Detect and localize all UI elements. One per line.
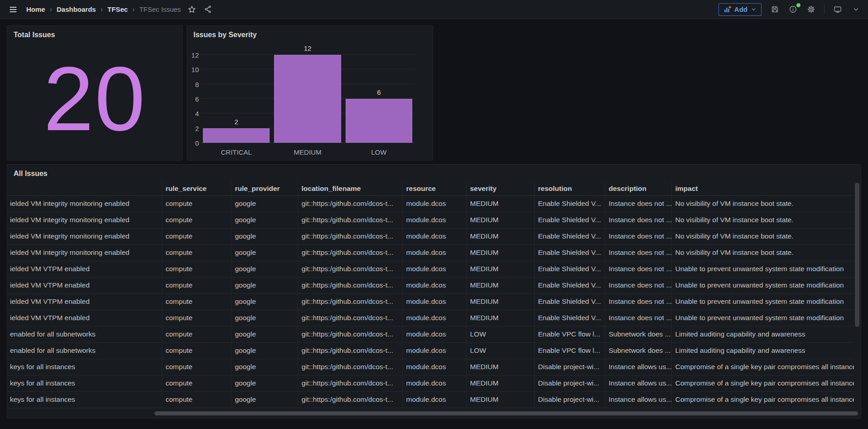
- gear-icon[interactable]: [806, 5, 816, 15]
- column-header[interactable]: rule_service: [162, 182, 231, 195]
- table-cell: Instance does not ...: [605, 277, 671, 293]
- column-header[interactable]: impact: [671, 182, 854, 195]
- table-cell: Enable VPC flow l...: [534, 342, 605, 359]
- table-header-row: rule_servicerule_providerlocation_filena…: [8, 182, 854, 195]
- table-cell: No visibility of VM instance boot state.: [671, 244, 854, 261]
- table-cell: compute: [162, 310, 231, 326]
- table-cell: Enable Shielded V...: [534, 212, 605, 228]
- table-cell: MEDIUM: [466, 228, 534, 244]
- table-cell: MEDIUM: [466, 391, 534, 408]
- table-cell: MEDIUM: [466, 195, 534, 212]
- table-cell: Enable Shielded V...: [534, 261, 605, 277]
- y-axis-tick-label: 0: [188, 139, 199, 147]
- table-cell: ielded VM VTPM enabled: [8, 310, 162, 326]
- table-cell: Compromise of a single key pair compromi…: [671, 359, 854, 375]
- chevron-down-icon: [751, 6, 757, 12]
- table-cell: Instance does not ...: [605, 212, 671, 228]
- y-axis-tick-label: 4: [188, 110, 199, 117]
- chevron-down-icon[interactable]: [851, 5, 861, 15]
- breadcrumb-separator-icon: ›: [132, 5, 135, 14]
- breadcrumb-home[interactable]: Home: [26, 5, 45, 13]
- kiosk-monitor-icon[interactable]: [833, 5, 843, 15]
- top-nav-bar: Home › Dashboards › TFSec › TFSec Issues: [0, 0, 868, 19]
- table-cell: MEDIUM: [466, 359, 534, 375]
- nav-actions: Add: [719, 3, 861, 16]
- table-cell: Subnetwork does ...: [605, 326, 671, 342]
- share-icon[interactable]: [203, 5, 212, 14]
- bar-critical: 2: [203, 128, 270, 143]
- table-cell: Subnetwork does ...: [605, 342, 671, 359]
- table-cell: module.dcos: [402, 244, 466, 261]
- table-cell: google: [231, 375, 298, 391]
- table-cell: module.dcos: [402, 212, 466, 228]
- table-cell: compute: [162, 244, 231, 261]
- table-cell: Instance does not ...: [605, 244, 671, 261]
- table-row: enabled for all subnetworkscomputegoogle…: [8, 342, 854, 359]
- add-button[interactable]: Add: [719, 3, 762, 16]
- table-cell: ielded VM VTPM enabled: [8, 261, 162, 277]
- breadcrumb-dashboards[interactable]: Dashboards: [57, 5, 96, 13]
- panel-title[interactable]: Issues by Severity: [187, 26, 433, 39]
- column-header[interactable]: description: [605, 182, 671, 195]
- table-cell: enabled for all subnetworks: [8, 326, 162, 342]
- table-cell: Limited auditing capability and awarenes…: [671, 342, 854, 359]
- table-row: ielded VM integrity monitoring enabledco…: [8, 195, 854, 212]
- table-cell: module.dcos: [402, 375, 466, 391]
- column-header[interactable]: location_filename: [298, 182, 402, 195]
- table-row: ielded VM VTPM enabledcomputegooglegit::…: [8, 261, 854, 277]
- table-cell: git::https:/github.com/dcos-t...: [298, 391, 402, 408]
- panel-all-issues: All Issues rule_servicerule_providerloca…: [7, 164, 861, 419]
- table-cell: MEDIUM: [466, 212, 534, 228]
- column-header[interactable]: resolution: [534, 182, 605, 195]
- table-cell: compute: [162, 375, 231, 391]
- column-header[interactable]: rule_provider: [231, 182, 298, 195]
- table-cell: Compromise of a single key pair compromi…: [671, 375, 854, 391]
- column-header[interactable]: [8, 182, 162, 195]
- table-cell: Disable project-wi...: [534, 359, 605, 375]
- table-cell: module.dcos: [402, 228, 466, 244]
- table-cell: MEDIUM: [466, 261, 534, 277]
- table-cell: Disable project-wi...: [534, 375, 605, 391]
- table-cell: module.dcos: [402, 310, 466, 326]
- info-icon[interactable]: [788, 5, 798, 15]
- table-row: enabled for all subnetworkscomputegoogle…: [8, 326, 854, 342]
- table-cell: git::https:/github.com/dcos-t...: [298, 342, 402, 359]
- table-row: keys for all instancescomputegooglegit::…: [8, 391, 854, 408]
- vertical-scrollbar[interactable]: [855, 183, 859, 327]
- star-icon[interactable]: [187, 5, 196, 14]
- table-cell: compute: [162, 359, 231, 375]
- table-cell: compute: [162, 212, 231, 228]
- panel-title[interactable]: Total Issues: [7, 26, 182, 39]
- y-axis-tick-label: 6: [188, 95, 199, 103]
- column-header[interactable]: severity: [466, 182, 534, 195]
- column-header[interactable]: resource: [402, 182, 466, 195]
- table-cell: compute: [162, 261, 231, 277]
- table-cell: ielded VM integrity monitoring enabled: [8, 212, 162, 228]
- horizontal-scrollbar[interactable]: [154, 411, 858, 415]
- table-cell: Instance allows us...: [605, 375, 671, 391]
- save-icon[interactable]: [770, 5, 780, 15]
- table-cell: Instance does not ...: [605, 293, 671, 310]
- table-cell: google: [231, 261, 298, 277]
- table-cell: MEDIUM: [466, 277, 534, 293]
- table-cell: No visibility of VM instance boot state.: [671, 212, 854, 228]
- table-cell: compute: [162, 293, 231, 310]
- nav-divider: [824, 5, 825, 15]
- issues-table-viewport: rule_servicerule_providerlocation_filena…: [8, 182, 854, 408]
- table-cell: Instance does not ...: [605, 261, 671, 277]
- panel-title[interactable]: All Issues: [7, 165, 861, 178]
- table-cell: Enable Shielded V...: [534, 277, 605, 293]
- table-cell: google: [231, 326, 298, 342]
- table-cell: Compromise of a single key pair compromi…: [671, 391, 854, 408]
- breadcrumb-tfsec[interactable]: TFSec: [107, 5, 128, 13]
- table-cell: module.dcos: [402, 293, 466, 310]
- table-cell: Instance does not ...: [605, 228, 671, 244]
- breadcrumb-separator-icon: ›: [101, 5, 103, 14]
- y-axis-tick-label: 12: [188, 51, 199, 59]
- bar-value-label: 2: [203, 118, 269, 126]
- table-cell: google: [231, 342, 298, 359]
- bar-value-label: 6: [346, 88, 412, 96]
- menu-icon[interactable]: [7, 4, 19, 15]
- table-cell: git::https:/github.com/dcos-t...: [298, 212, 402, 228]
- bar-value-label: 12: [275, 44, 340, 52]
